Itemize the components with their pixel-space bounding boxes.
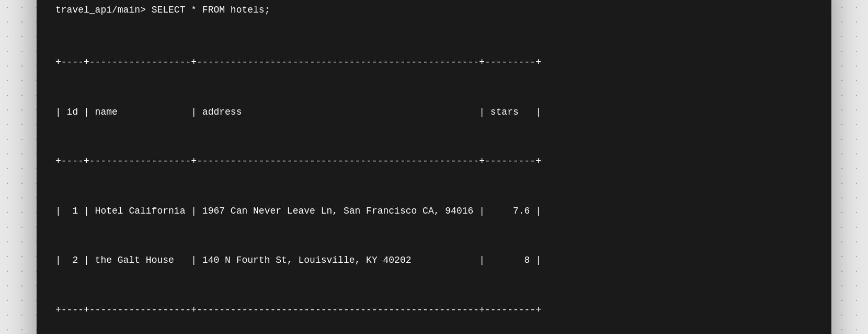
table-row-1: | 1 | Hotel California | 1967 Can Never … — [55, 203, 813, 220]
table-row-2: | 2 | the Galt House | 140 N Fourth St, … — [55, 252, 813, 269]
table-separator-mid: +----+------------------+---------------… — [55, 153, 813, 170]
table-separator-bot: +----+------------------+---------------… — [55, 302, 813, 319]
table-header: | id | name | address | stars | — [55, 104, 813, 121]
terminal-content: travel_api/main> SELECT * FROM hotels; +… — [37, 0, 831, 334]
table-separator-top: +----+------------------+---------------… — [55, 54, 813, 71]
terminal-window: travel_api/main> SELECT * FROM hotels; +… — [37, 0, 831, 334]
table-output: +----+------------------+---------------… — [55, 21, 813, 334]
prompt-line: travel_api/main> SELECT * FROM hotels; — [55, 3, 813, 18]
